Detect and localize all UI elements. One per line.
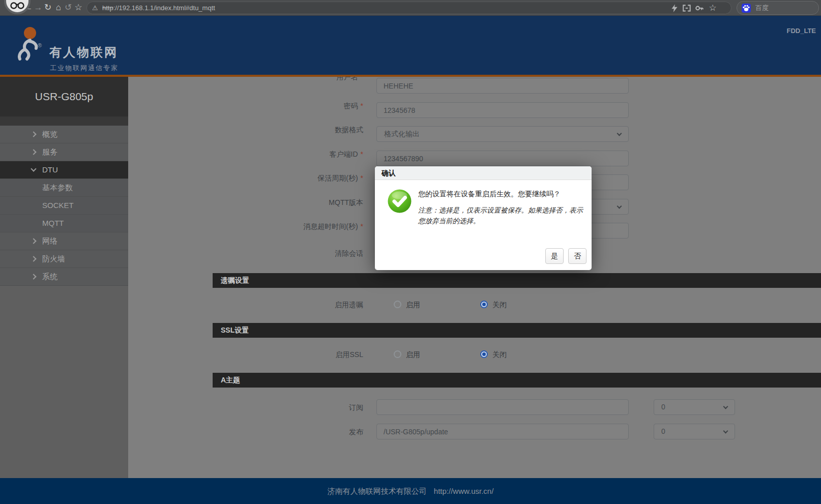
- not-secure-warning-icon[interactable]: ⚠: [92, 2, 98, 14]
- baidu-search-label: 百度: [755, 2, 769, 14]
- dialog-buttons: 是 否: [545, 248, 587, 264]
- browser-toolbar: ← → ↻ ⌂ ↺ ☆ ⚠ http://192.168.1.1/index.h…: [0, 0, 821, 16]
- baidu-search-box[interactable]: 百度: [737, 1, 819, 15]
- dialog-titlebar: 确认: [375, 166, 592, 180]
- lightning-extension-icon[interactable]: [670, 4, 679, 13]
- glasses-icon: [9, 2, 26, 10]
- dialog-note: 注意：选择是，仅表示设置被保存。如果选择否，表示 您放弃当前的选择。: [418, 205, 588, 226]
- bookmark-page-star-icon[interactable]: ☆: [707, 1, 719, 16]
- dialog-note-line: 注意：选择是，仅表示设置被保存。如果选择否，表示: [418, 205, 588, 216]
- yes-button[interactable]: 是: [545, 248, 564, 264]
- dialog-note-line: 您放弃当前的选择。: [418, 216, 588, 226]
- fullscreen-bracket-icon[interactable]: [682, 4, 691, 13]
- key-icon[interactable]: [695, 4, 704, 13]
- bookmark-star-icon[interactable]: ☆: [72, 0, 84, 16]
- success-check-icon: [388, 189, 412, 213]
- confirm-dialog: 确认 您的设置将在设备重启后生效。您要继续吗？ 注意：选择是，仅表示设置被保存。…: [375, 166, 592, 270]
- url-text[interactable]: http://192.168.1.1/index.html#dtu_mqtt: [102, 2, 215, 14]
- address-bar[interactable]: ⚠ http://192.168.1.1/index.html#dtu_mqtt…: [86, 2, 731, 14]
- dialog-message: 您的设置将在设备重启后生效。您要继续吗？: [418, 190, 587, 199]
- baidu-logo-icon: [742, 4, 751, 13]
- url-rest: ://192.168.1.1/index.html#dtu_mqtt: [113, 4, 215, 12]
- no-button[interactable]: 否: [568, 248, 587, 264]
- url-scheme: http: [102, 4, 113, 12]
